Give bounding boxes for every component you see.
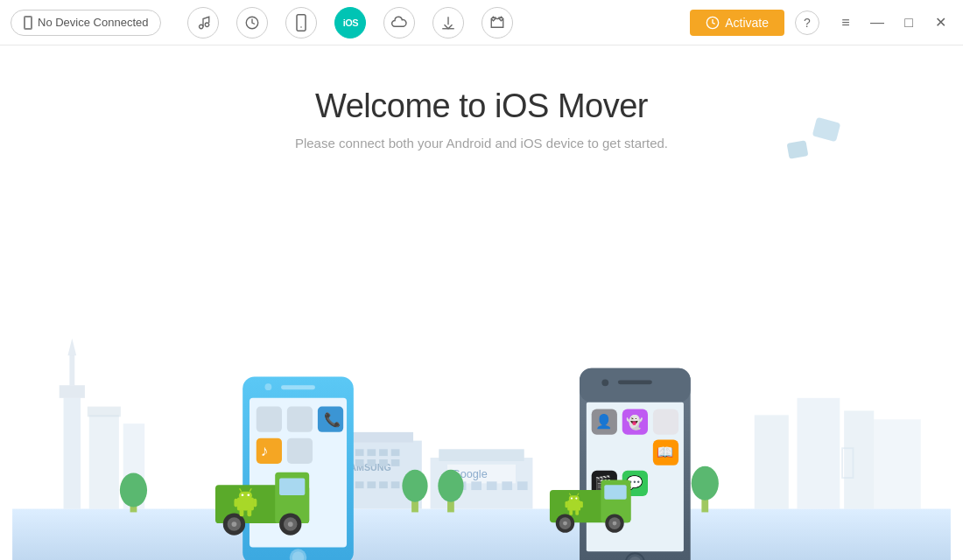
svg-rect-103 <box>234 499 237 508</box>
svg-point-74 <box>601 379 608 386</box>
svg-text:👻: 👻 <box>626 414 643 430</box>
svg-point-50 <box>120 473 147 508</box>
main-content: Welcome to iOS Mover Please connect both… <box>0 46 963 560</box>
svg-rect-19 <box>874 419 921 508</box>
svg-point-118 <box>571 497 573 499</box>
ios-label: iOS <box>343 18 358 28</box>
svg-rect-42 <box>379 459 388 466</box>
svg-rect-8 <box>12 509 951 560</box>
maximize-button[interactable]: □ <box>896 10 921 35</box>
scene-illustration:  Google SAMSUNG <box>0 228 963 560</box>
svg-text:♪: ♪ <box>261 442 269 459</box>
svg-rect-7 <box>787 140 809 159</box>
welcome-subtitle: Please connect both your Android and iOS… <box>295 136 668 150</box>
svg-rect-3 <box>297 14 306 30</box>
svg-rect-17 <box>798 398 840 509</box>
svg-text:📞: 📞 <box>324 411 341 428</box>
nav-music[interactable] <box>187 7 219 38</box>
phone-icon <box>24 16 32 30</box>
svg-point-0 <box>200 24 204 29</box>
svg-rect-73 <box>618 380 652 384</box>
svg-text:📖: 📖 <box>657 444 674 460</box>
svg-rect-38 <box>391 449 400 456</box>
svg-point-1 <box>206 23 210 27</box>
svg-rect-32 <box>345 432 413 443</box>
minimize-icon: — <box>870 15 884 31</box>
svg-point-52 <box>402 470 427 502</box>
svg-point-119 <box>575 497 577 499</box>
svg-rect-117 <box>569 495 580 502</box>
svg-rect-62 <box>287 407 313 432</box>
menu-button[interactable]: ≡ <box>833 10 858 35</box>
device-button[interactable]: No Device Connected <box>11 10 161 36</box>
svg-rect-37 <box>379 449 388 456</box>
help-button[interactable]: ? <box>795 10 819 35</box>
svg-rect-71 <box>580 368 691 402</box>
svg-rect-28 <box>487 481 497 490</box>
close-icon: ✕ <box>935 14 946 31</box>
svg-rect-98 <box>239 492 252 500</box>
svg-rect-81 <box>653 410 678 435</box>
svg-text:👤: 👤 <box>595 413 613 430</box>
svg-point-56 <box>692 466 719 500</box>
svg-rect-14 <box>88 407 121 417</box>
svg-rect-10 <box>60 385 85 398</box>
nav-history[interactable] <box>236 7 268 38</box>
svg-rect-13 <box>89 415 119 508</box>
svg-rect-67 <box>287 438 313 464</box>
minimize-button[interactable]: — <box>865 10 889 35</box>
svg-rect-47 <box>379 481 388 488</box>
titlebar: No Device Connected iOS <box>0 0 963 46</box>
nav-download[interactable] <box>432 7 464 38</box>
svg-rect-61 <box>257 407 282 432</box>
nav-ios[interactable]: iOS <box>334 7 366 38</box>
svg-rect-43 <box>391 459 400 466</box>
svg-point-93 <box>232 522 237 527</box>
svg-rect-11 <box>69 355 74 385</box>
scene-svg:  Google SAMSUNG <box>0 228 963 560</box>
svg-rect-40 <box>355 459 364 466</box>
help-icon: ? <box>804 16 811 30</box>
window-controls: ≡ — □ ✕ <box>833 10 952 35</box>
close-button[interactable]: ✕ <box>928 10 952 35</box>
svg-rect-27 <box>471 481 482 490</box>
svg-rect-125 <box>575 509 579 514</box>
svg-rect-16 <box>755 415 789 508</box>
svg-point-54 <box>438 470 463 502</box>
nav-shirt[interactable] <box>482 7 513 38</box>
nav-phone[interactable] <box>285 7 317 38</box>
nav-cloud[interactable] <box>383 7 415 38</box>
svg-rect-46 <box>367 481 376 488</box>
svg-point-99 <box>242 494 244 496</box>
svg-rect-6 <box>812 117 841 142</box>
svg-point-96 <box>288 522 293 527</box>
svg-rect-122 <box>565 501 567 508</box>
svg-rect-90 <box>279 478 305 494</box>
svg-point-100 <box>247 494 250 496</box>
svg-rect-22 <box>439 449 524 461</box>
nav-icons: iOS <box>187 7 690 38</box>
svg-rect-36 <box>367 449 376 456</box>
svg-point-115 <box>613 522 617 526</box>
svg-text::  <box>840 436 857 488</box>
activate-button[interactable]: Activate <box>690 10 784 36</box>
svg-rect-105 <box>240 509 244 516</box>
svg-rect-30 <box>517 481 528 490</box>
svg-rect-29 <box>502 481 512 490</box>
decorative-shapes <box>779 116 858 180</box>
svg-marker-12 <box>67 339 76 355</box>
welcome-title: Welcome to iOS Mover <box>315 88 648 125</box>
device-label: No Device Connected <box>38 16 148 29</box>
svg-rect-106 <box>247 509 251 516</box>
svg-rect-48 <box>391 481 400 488</box>
svg-rect-124 <box>569 509 573 514</box>
svg-rect-35 <box>355 449 364 456</box>
svg-rect-41 <box>367 459 376 466</box>
svg-rect-59 <box>281 385 315 389</box>
menu-icon: ≡ <box>841 15 849 31</box>
activate-icon <box>706 16 720 30</box>
svg-rect-123 <box>580 501 583 508</box>
svg-rect-45 <box>355 481 364 488</box>
svg-rect-104 <box>253 499 257 508</box>
activate-label: Activate <box>725 16 769 30</box>
